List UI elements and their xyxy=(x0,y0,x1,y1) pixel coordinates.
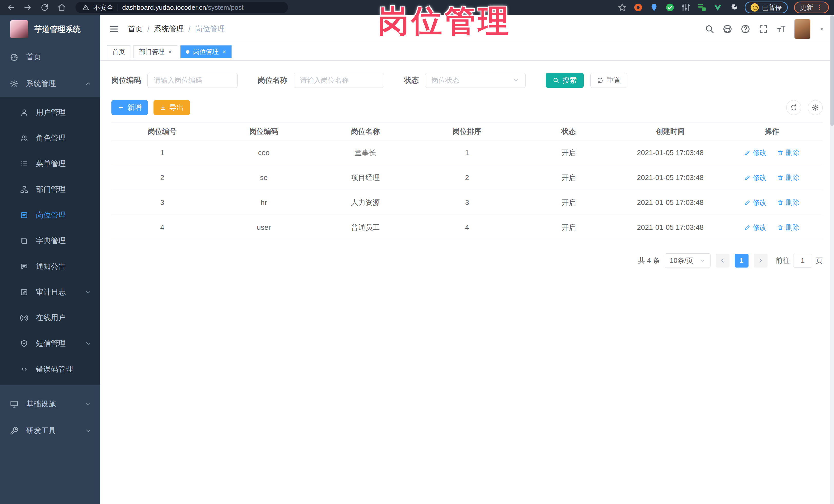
user-avatar[interactable] xyxy=(794,19,810,39)
delete-link[interactable]: 删除 xyxy=(777,173,799,182)
font-size-icon[interactable] xyxy=(776,24,786,34)
delete-link[interactable]: 删除 xyxy=(777,198,799,207)
browser-back-button[interactable] xyxy=(5,2,17,13)
breadcrumb-current: 岗位管理 xyxy=(195,24,225,34)
sidebar-subitem[interactable]: 部门管理 xyxy=(0,177,100,202)
goto-page-input[interactable] xyxy=(793,254,812,267)
prev-page-button[interactable] xyxy=(716,254,729,267)
next-page-button[interactable] xyxy=(754,254,768,267)
chevron-down-icon xyxy=(85,400,92,408)
cell-post-code: user xyxy=(213,215,315,240)
browser-menu-icon[interactable] xyxy=(816,4,823,11)
page-scrollbar[interactable] xyxy=(830,15,834,504)
delete-link[interactable]: 删除 xyxy=(777,223,799,232)
scrollbar-thumb[interactable] xyxy=(830,16,834,126)
sidebar-item[interactable]: 研发工具 xyxy=(0,417,100,444)
search-icon[interactable] xyxy=(705,24,715,34)
sidebar-subitem[interactable]: 菜单管理 xyxy=(0,151,100,177)
sidebar-subitem[interactable]: 错误码管理 xyxy=(0,356,100,382)
table-row[interactable]: 4 user 普通员工 4 开启 2021-01-05 17:03:48 修改 xyxy=(111,215,823,240)
dev-tool-icon xyxy=(10,426,19,435)
edit-link[interactable]: 修改 xyxy=(744,223,767,232)
page-size-select[interactable]: 10条/页 xyxy=(665,254,710,268)
close-icon[interactable]: × xyxy=(222,48,226,55)
user-icon xyxy=(20,108,28,116)
caret-down-icon[interactable] xyxy=(818,26,825,32)
tab[interactable]: 部门管理 × xyxy=(133,45,177,58)
sidebar-item-home[interactable]: 首页 xyxy=(0,44,100,70)
tab[interactable]: 岗位管理 × xyxy=(180,45,232,58)
role-icon xyxy=(20,134,28,142)
refresh-icon xyxy=(790,104,797,111)
help-icon[interactable] xyxy=(741,24,750,34)
breadcrumb-system[interactable]: 系统管理 xyxy=(154,24,184,34)
github-icon[interactable] xyxy=(723,24,732,34)
online-user-icon xyxy=(20,314,28,322)
tags-view-bar: 首页 部门管理 × 岗位管理 × xyxy=(100,43,834,61)
sidebar-subitem-label: 用户管理 xyxy=(36,107,66,117)
cell-status: 开启 xyxy=(518,190,619,215)
dashboard-icon xyxy=(10,52,19,61)
tab[interactable]: 首页 xyxy=(107,45,130,58)
browser-forward-button[interactable] xyxy=(22,2,34,13)
adblock-ring-icon[interactable] xyxy=(633,3,643,12)
active-dot xyxy=(186,50,190,54)
page-unit-label: 页 xyxy=(816,256,823,265)
sidebar-subitem[interactable]: 通知公告 xyxy=(0,254,100,279)
puzzle-icon[interactable] xyxy=(729,3,739,12)
export-button[interactable]: 导出 xyxy=(154,100,190,115)
sidebar-subitem[interactable]: 岗位管理 xyxy=(0,202,100,228)
vue-devtools-icon[interactable] xyxy=(713,3,723,12)
current-page[interactable]: 1 xyxy=(735,254,748,267)
sidebar-subitem-label: 短信管理 xyxy=(36,338,66,349)
breadcrumb-home[interactable]: 首页 xyxy=(128,24,143,34)
edit-link[interactable]: 修改 xyxy=(744,173,767,182)
sidebar-item-system[interactable]: 系统管理 xyxy=(0,70,100,97)
sidebar-subitem[interactable]: 角色管理 xyxy=(0,125,100,151)
post-code-input[interactable] xyxy=(147,73,238,88)
sidebar-subitem-label: 岗位管理 xyxy=(36,210,66,220)
app-logo[interactable]: 芋道管理系统 xyxy=(0,15,100,44)
sidebar-subitem[interactable]: 字典管理 xyxy=(0,228,100,254)
fullscreen-icon[interactable] xyxy=(759,24,768,34)
chrome-update-button[interactable]: 更新 xyxy=(794,2,829,13)
reset-button[interactable]: 重置 xyxy=(590,73,627,88)
sidebar-subitem[interactable]: 在线用户 xyxy=(0,305,100,331)
download-icon xyxy=(160,104,166,111)
browser-toolbar-right: 已暂停 更新 xyxy=(617,2,829,13)
edit-link[interactable]: 修改 xyxy=(744,148,767,157)
sidebar-subitem[interactable]: 短信管理 xyxy=(0,331,100,356)
sidebar-item[interactable]: 基础设施 xyxy=(0,391,100,417)
address-bar[interactable]: 不安全 dashboard.yudao.iocoder.cn/system/po… xyxy=(75,2,288,13)
status-select[interactable]: 岗位状态 xyxy=(425,73,526,88)
app-title: 芋道管理系统 xyxy=(35,24,81,35)
edit-link[interactable]: 修改 xyxy=(744,198,767,207)
tag-list-icon[interactable] xyxy=(697,3,707,12)
breadcrumb: 首页 / 系统管理 / 岗位管理 xyxy=(128,24,225,34)
table-row[interactable]: 2 se 项目经理 2 开启 2021-01-05 17:03:48 修改 xyxy=(111,165,823,190)
chevron-right-icon xyxy=(757,257,764,264)
delete-link[interactable]: 删除 xyxy=(777,148,799,157)
bookmark-star-icon[interactable] xyxy=(617,3,627,12)
table-row[interactable]: 1 ceo 董事长 1 开启 2021-01-05 17:03:48 修改 xyxy=(111,140,823,165)
sidebar-bottom-group: 基础设施 研发工具 xyxy=(0,391,100,444)
close-icon[interactable]: × xyxy=(168,48,172,55)
add-button[interactable]: 新增 xyxy=(111,100,148,115)
cell-status: 开启 xyxy=(518,215,619,240)
security-check-icon[interactable] xyxy=(665,3,675,12)
paused-extension-badge[interactable]: 已暂停 xyxy=(745,2,788,13)
table-row[interactable]: 3 hr 人力资源 3 开启 2021-01-05 17:03:48 修改 xyxy=(111,190,823,215)
browser-reload-button[interactable] xyxy=(39,2,50,13)
pin-drop-icon[interactable] xyxy=(649,3,659,12)
browser-home-button[interactable] xyxy=(56,2,67,13)
search-button[interactable]: 搜索 xyxy=(546,73,584,88)
column-settings-button[interactable] xyxy=(808,100,823,115)
sidebar-subitem[interactable]: 用户管理 xyxy=(0,100,100,125)
hamburger-icon[interactable] xyxy=(109,24,119,34)
security-label[interactable]: 不安全 xyxy=(93,3,113,12)
tuner-sliders-icon[interactable] xyxy=(681,3,691,12)
post-name-input[interactable] xyxy=(294,73,384,88)
refresh-table-button[interactable] xyxy=(786,100,801,115)
infra-monitor-icon xyxy=(10,400,19,409)
sidebar-subitem[interactable]: 审计日志 xyxy=(0,279,100,305)
